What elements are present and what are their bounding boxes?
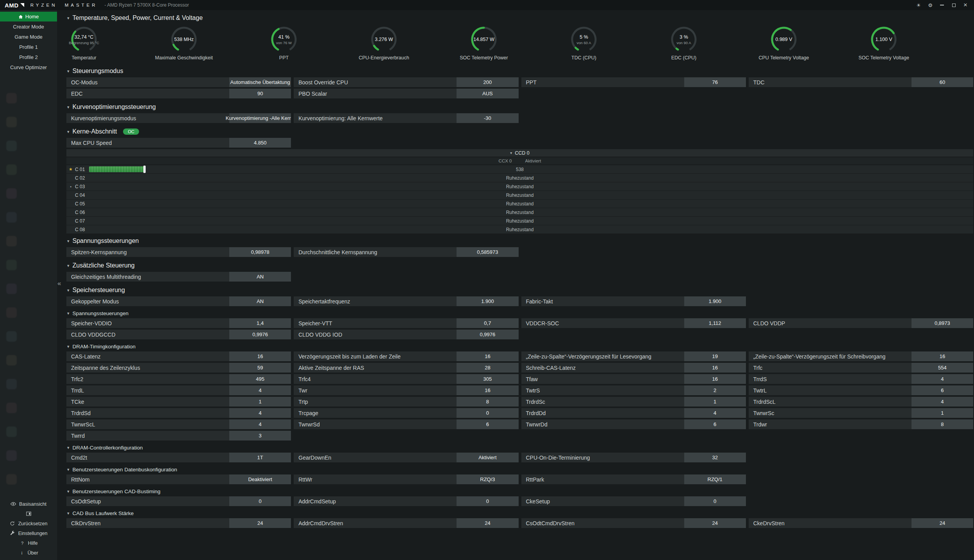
param-value[interactable]: 19 xyxy=(684,351,746,361)
sidebar-bottom-ber[interactable]: iÜber xyxy=(0,548,57,558)
param-value[interactable]: RZQ/3 xyxy=(457,474,518,484)
section-header-gauges[interactable]: ▾ Temperature, Speed, Power, Current & V… xyxy=(66,11,973,24)
param-value[interactable]: AN xyxy=(229,272,291,282)
param-value[interactable]: 200 xyxy=(457,77,518,87)
param-value[interactable]: 1 xyxy=(229,397,291,407)
param-value[interactable]: 16 xyxy=(912,351,973,361)
section-header-kerne-abschnitt[interactable]: ▾Kerne-AbschnittOC xyxy=(66,125,973,138)
param-value[interactable]: AN xyxy=(229,296,291,306)
sidebar-bottom-basisansicht[interactable]: Basisansicht xyxy=(0,499,57,509)
param-value[interactable]: 1.900 xyxy=(684,296,746,306)
param-value[interactable]: 554 xyxy=(912,363,973,373)
section-header-cad-bus-laufwerk-st-rke[interactable]: ▾CAD Bus Laufwerk Stärke xyxy=(66,508,973,518)
sidebar-bottom-hilfe[interactable]: ?Hilfe xyxy=(0,538,57,548)
sidebar-collapse-button[interactable]: « xyxy=(57,280,61,287)
section-header-dram-controllerkonfiguration[interactable]: ▾DRAM-Controllerkonfiguration xyxy=(66,442,973,453)
core-speed-slider[interactable] xyxy=(89,166,145,172)
param-value[interactable]: 6 xyxy=(684,419,746,429)
sidebar-item-profile-2[interactable]: Profile 2 xyxy=(0,52,57,62)
section-header-spannungssteuerungen[interactable]: ▾Spannungssteuerungen xyxy=(66,308,973,318)
param-value[interactable]: 24 xyxy=(457,518,518,528)
param-value[interactable]: 4 xyxy=(229,419,291,429)
param-value[interactable]: 24 xyxy=(912,518,973,528)
maximize-button[interactable] xyxy=(948,0,959,10)
sidebar-item-home[interactable]: Home xyxy=(0,12,57,21)
settings-gear-icon[interactable]: ⚙ xyxy=(925,0,936,10)
param-value[interactable]: 24 xyxy=(684,518,746,528)
param-value[interactable]: 0 xyxy=(457,408,518,418)
param-value[interactable]: 4 xyxy=(684,408,746,418)
core-row-c-05[interactable]: C 05Ruhezustand xyxy=(66,200,973,208)
param-value[interactable]: 0,8973 xyxy=(912,318,973,328)
param-value[interactable]: 3 xyxy=(229,431,291,441)
param-value[interactable]: 16 xyxy=(229,351,291,361)
sidebar-item-game-mode[interactable]: Game Mode xyxy=(0,32,57,42)
param-value[interactable]: 0,9976 xyxy=(229,330,291,339)
param-value[interactable]: Automatische Übertaktung xyxy=(229,77,291,87)
param-value[interactable]: 24 xyxy=(229,518,291,528)
sidebar-bottom-zur-cksetzen[interactable]: Zurücksetzen xyxy=(0,519,57,528)
sidebar-bottom-einstellungen[interactable]: Einstellungen xyxy=(0,528,57,538)
ccd-header[interactable]: ▾CCD 0 xyxy=(66,149,973,157)
param-value[interactable]: 0 xyxy=(684,496,746,506)
core-row-c-02[interactable]: C 02Ruhezustand xyxy=(66,174,973,182)
param-value[interactable]: 0 xyxy=(457,496,518,506)
param-value[interactable]: 32 xyxy=(684,453,746,462)
param-value[interactable]: 16 xyxy=(457,385,518,395)
param-value[interactable]: 28 xyxy=(457,363,518,373)
param-value[interactable]: 4 xyxy=(912,374,973,384)
param-value[interactable]: Aktiviert xyxy=(457,453,518,462)
param-value[interactable]: Kurvenoptimierung -Alle Kerne xyxy=(229,113,291,123)
section-header-benutzersteuerungen-datenbuskonfiguration[interactable]: ▾Benutzersteuerungen Datenbuskonfigurati… xyxy=(66,464,973,474)
param-value[interactable]: 16 xyxy=(684,374,746,384)
close-button[interactable]: × xyxy=(960,0,971,10)
param-value[interactable]: 76 xyxy=(684,77,746,87)
param-value[interactable]: 0,9976 xyxy=(457,330,518,339)
param-value[interactable]: 0,7 xyxy=(457,318,518,328)
minimize-button[interactable] xyxy=(937,0,947,10)
section-header-dram-timingkonfiguration[interactable]: ▾DRAM-Timingkonfiguration xyxy=(66,341,973,351)
param-value[interactable]: 8 xyxy=(912,419,973,429)
core-row-c-04[interactable]: C 04Ruhezustand xyxy=(66,191,973,199)
param-value[interactable]: 0,585973 xyxy=(457,247,518,257)
param-value[interactable]: 495 xyxy=(229,374,291,384)
param-value[interactable]: RZQ/1 xyxy=(684,474,746,484)
param-value[interactable]: 16 xyxy=(684,363,746,373)
param-value[interactable]: 1 xyxy=(912,408,973,418)
param-value[interactable]: 6 xyxy=(457,419,518,429)
param-value[interactable]: 1T xyxy=(229,453,291,462)
param-value[interactable]: 1.900 xyxy=(457,296,518,306)
sidebar-item-curve-optimizer[interactable]: Curve Optimizer xyxy=(0,62,57,72)
sidebar-item-creator-mode[interactable]: Creator Mode xyxy=(0,22,57,32)
param-value[interactable]: 1,4 xyxy=(229,318,291,328)
section-header-zus-tzliche-steuerung[interactable]: ▾Zusätzliche Steuerung xyxy=(66,259,973,272)
core-row-c-07[interactable]: C 07Ruhezustand xyxy=(66,217,973,225)
section-header-kurvenoptimierungssteuerung[interactable]: ▾Kurvenoptimierungssteuerung xyxy=(66,100,973,113)
param-value[interactable]: 16 xyxy=(457,351,518,361)
param-value[interactable]: 305 xyxy=(457,374,518,384)
section-header-speichersteuerung[interactable]: ▾Speichersteuerung xyxy=(66,283,973,296)
theme-icon[interactable]: ☀ xyxy=(913,0,924,10)
param-value[interactable]: -30 xyxy=(457,113,518,123)
param-value[interactable]: 60 xyxy=(912,77,973,87)
param-value[interactable]: 1 xyxy=(684,397,746,407)
param-value[interactable]: 90 xyxy=(229,89,291,98)
param-value[interactable]: 4.850 xyxy=(229,138,291,148)
core-row-c-06[interactable]: C 06Ruhezustand xyxy=(66,208,973,216)
param-value[interactable]: Deaktiviert xyxy=(229,474,291,484)
slider-handle[interactable] xyxy=(143,166,146,173)
section-header-spannungssteuerungen[interactable]: ▾Spannungssteuerungen xyxy=(66,234,973,247)
param-value[interactable]: 6 xyxy=(912,385,973,395)
param-value[interactable]: 1,112 xyxy=(684,318,746,328)
param-value[interactable]: 0,98978 xyxy=(229,247,291,257)
param-value[interactable]: AUS xyxy=(457,89,518,98)
core-row-c-01[interactable]: ★C 01538 xyxy=(66,165,973,173)
param-value[interactable]: 4 xyxy=(229,408,291,418)
param-value[interactable]: 2 xyxy=(684,385,746,395)
param-value[interactable]: 0 xyxy=(229,496,291,506)
section-header-steuerungsmodus[interactable]: ▾Steuerungsmodus xyxy=(66,64,973,77)
sidebar-bottom-layout[interactable] xyxy=(0,509,57,519)
core-row-c-08[interactable]: C 08Ruhezustand xyxy=(66,225,973,234)
section-header-benutzersteuerungen-cad-bustiming[interactable]: ▾Benutzersteuerungen CAD-Bustiming xyxy=(66,486,973,496)
core-row-c-03[interactable]: ●C 03Ruhezustand xyxy=(66,182,973,191)
